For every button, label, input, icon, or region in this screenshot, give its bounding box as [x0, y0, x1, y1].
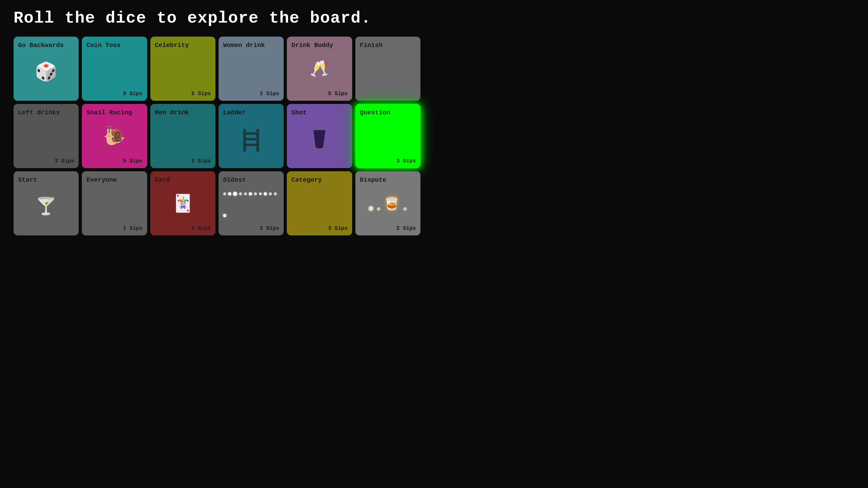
svg-rect-5 [314, 130, 325, 132]
celebrity-icon [155, 49, 211, 91]
women-drink-icon [223, 49, 279, 91]
card-sips-coin-toss: 5 Sips [123, 91, 143, 97]
finish-icon [360, 49, 416, 97]
question-icon [360, 117, 416, 158]
snail-icon: 🐌 [86, 117, 143, 158]
coin-toss-icon [86, 49, 143, 91]
card-go-backwards[interactable]: Go Backwards 🎲 [13, 37, 79, 101]
card-title-drink-buddy: Drink Buddy [291, 41, 333, 49]
svg-rect-2 [243, 132, 259, 135]
card-sips-dispute: 2 Sips [397, 225, 416, 231]
dispute-icon: 🥃 [360, 184, 416, 225]
card-title-celebrity: Celebrity [155, 41, 189, 49]
svg-rect-4 [243, 144, 259, 146]
card-oldest[interactable]: Oldest 2 Sips [219, 171, 284, 235]
card-sips-men-drink: 2 Sips [191, 158, 211, 164]
card-title-left-drinks: Left drinks [18, 109, 60, 117]
card-category[interactable]: Category 3 Sips [287, 171, 352, 235]
card-drink-buddy[interactable]: Drink Buddy 🥂 5 Sips [287, 37, 352, 101]
card-sips-card: 3 Sips [191, 225, 211, 231]
everyone-icon [86, 184, 143, 225]
card-coin-toss[interactable]: Coin Toss 5 Sips [82, 37, 147, 101]
card-sips-everyone: 1 Sips [123, 225, 143, 231]
card-men-drink[interactable]: Men drink 2 Sips [150, 104, 215, 168]
left-drinks-icon [18, 117, 74, 158]
page-title: Roll the dice to explore the board. [0, 0, 434, 32]
oldest-dots [223, 184, 279, 225]
card-sips-oldest: 2 Sips [260, 225, 279, 231]
card-sips-drink-buddy: 5 Sips [328, 91, 347, 97]
start-icon: 🍸 [18, 184, 74, 231]
card-card[interactable]: Card 🃏 3 Sips [150, 171, 215, 235]
card-title-start: Start [18, 176, 37, 184]
dice-icon: 🎲 [18, 49, 74, 97]
board-grid: Go Backwards 🎲 Coin Toss 5 Sips Celebrit… [0, 32, 434, 240]
card-title-everyone: Everyone [86, 176, 117, 184]
card-shot[interactable]: Shot [287, 104, 352, 168]
card-title-finish: Finish [360, 41, 383, 49]
svg-rect-3 [243, 138, 259, 140]
card-title-shot: Shot [291, 109, 307, 117]
card-title-men-drink: Men drink [155, 109, 189, 117]
card-start[interactable]: Start 🍸 [13, 171, 79, 235]
card-title-coin-toss: Coin Toss [86, 41, 121, 49]
card-women-drink[interactable]: Women drink 2 Sips [219, 37, 284, 101]
card-title-category: Category [291, 176, 322, 184]
card-title-go-backwards: Go Backwards [18, 41, 64, 49]
card-everyone[interactable]: Everyone 1 Sips [82, 171, 147, 235]
card-sips-celebrity: 5 Sips [191, 91, 211, 97]
card-snail-racing[interactable]: Snail Racing 🐌 5 Sips [82, 104, 147, 168]
card-title-women-drink: Women drink [223, 41, 265, 49]
men-drink-icon [155, 117, 211, 158]
card-question[interactable]: Question 3 Sips [355, 104, 421, 168]
card-celebrity[interactable]: Celebrity 5 Sips [150, 37, 215, 101]
card-title-ladder: Ladder [223, 109, 246, 117]
card-ladder[interactable]: Ladder [219, 104, 284, 168]
card-title-dispute: Dispute [360, 176, 386, 184]
card-dispute[interactable]: Dispute 🥃 2 Sips [355, 171, 421, 235]
card-title-card: Card [155, 176, 170, 184]
card-title-oldest: Oldest [223, 176, 246, 184]
card-finish[interactable]: Finish [355, 37, 421, 101]
card-sips-question: 3 Sips [397, 158, 416, 164]
card-title-snail-racing: Snail Racing [86, 109, 132, 117]
card-card-icon: 🃏 [155, 184, 211, 225]
card-sips-women-drink: 2 Sips [260, 91, 279, 97]
shot-icon [291, 117, 347, 164]
category-icon [291, 184, 347, 225]
card-left-drinks[interactable]: Left drinks 3 Sips [13, 104, 79, 168]
ladder-icon [223, 117, 279, 164]
card-sips-category: 3 Sips [328, 225, 347, 231]
card-sips-snail-racing: 5 Sips [123, 158, 143, 164]
card-title-question: Question [360, 109, 390, 117]
card-sips-left-drinks: 3 Sips [55, 158, 74, 164]
drink-buddy-icon: 🥂 [291, 49, 347, 91]
